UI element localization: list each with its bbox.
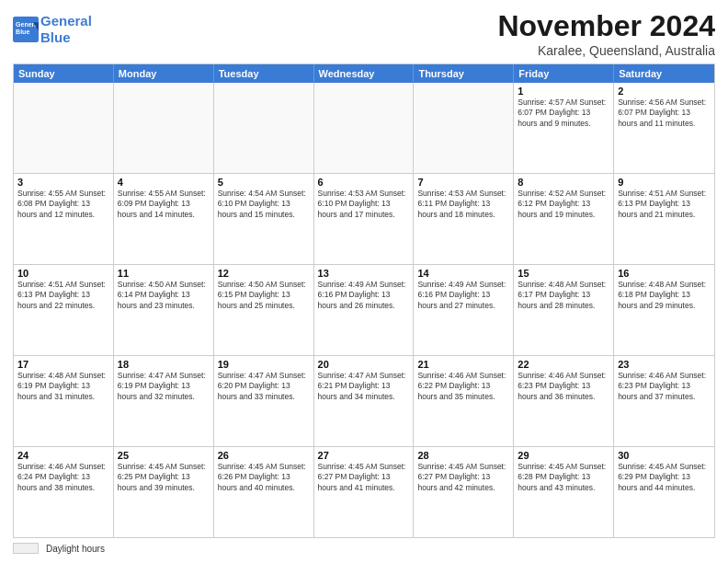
calendar: SundayMondayTuesdayWednesdayThursdayFrid… (13, 63, 715, 538)
day-number: 14 (417, 268, 509, 279)
cell-info: Sunrise: 4:48 AM Sunset: 6:19 PM Dayligh… (17, 371, 109, 402)
cell-info: Sunrise: 4:53 AM Sunset: 6:10 PM Dayligh… (318, 189, 410, 220)
cell-info: Sunrise: 4:45 AM Sunset: 6:28 PM Dayligh… (518, 462, 609, 493)
table-row: 2Sunrise: 4:56 AM Sunset: 6:07 PM Daylig… (614, 83, 714, 173)
day-number: 21 (417, 359, 509, 370)
table-row: 30Sunrise: 4:45 AM Sunset: 6:29 PM Dayli… (614, 447, 714, 537)
table-row: 22Sunrise: 4:46 AM Sunset: 6:23 PM Dayli… (514, 356, 614, 446)
day-number: 23 (618, 359, 711, 370)
table-row: 11Sunrise: 4:50 AM Sunset: 6:14 PM Dayli… (114, 265, 214, 355)
cell-info: Sunrise: 4:48 AM Sunset: 6:18 PM Dayligh… (618, 280, 711, 311)
header-cell-monday: Monday (114, 64, 214, 83)
cell-info: Sunrise: 4:45 AM Sunset: 6:26 PM Dayligh… (218, 462, 310, 493)
day-number: 29 (518, 450, 609, 461)
table-row: 27Sunrise: 4:45 AM Sunset: 6:27 PM Dayli… (314, 447, 415, 537)
table-row: 26Sunrise: 4:45 AM Sunset: 6:26 PM Dayli… (214, 447, 314, 537)
cell-info: Sunrise: 4:49 AM Sunset: 6:16 PM Dayligh… (417, 280, 509, 311)
cell-info: Sunrise: 4:48 AM Sunset: 6:17 PM Dayligh… (518, 280, 609, 311)
legend-shaded-box (13, 543, 39, 554)
table-row: 5Sunrise: 4:54 AM Sunset: 6:10 PM Daylig… (214, 174, 314, 264)
day-number: 28 (417, 450, 509, 461)
table-row: 16Sunrise: 4:48 AM Sunset: 6:18 PM Dayli… (614, 265, 714, 355)
day-number: 1 (518, 86, 609, 97)
table-row: 17Sunrise: 4:48 AM Sunset: 6:19 PM Dayli… (14, 356, 114, 446)
header-cell-wednesday: Wednesday (314, 64, 415, 83)
day-number: 22 (518, 359, 609, 370)
day-number: 24 (17, 450, 109, 461)
legend-label: Daylight hours (46, 544, 105, 554)
cell-info: Sunrise: 4:51 AM Sunset: 6:13 PM Dayligh… (17, 280, 109, 311)
day-number: 18 (118, 359, 210, 370)
cell-info: Sunrise: 4:46 AM Sunset: 6:22 PM Dayligh… (417, 371, 509, 402)
cell-info: Sunrise: 4:53 AM Sunset: 6:11 PM Dayligh… (417, 189, 509, 220)
cell-info: Sunrise: 4:51 AM Sunset: 6:13 PM Dayligh… (618, 189, 711, 220)
cell-info: Sunrise: 4:57 AM Sunset: 6:07 PM Dayligh… (518, 98, 609, 129)
table-row: 29Sunrise: 4:45 AM Sunset: 6:28 PM Dayli… (514, 447, 614, 537)
day-number: 30 (618, 450, 711, 461)
location: Karalee, Queensland, Australia (497, 43, 715, 58)
cell-info: Sunrise: 4:46 AM Sunset: 6:24 PM Dayligh… (17, 462, 109, 493)
table-row: 7Sunrise: 4:53 AM Sunset: 6:11 PM Daylig… (414, 174, 514, 264)
header: General Blue General Blue November 2024 … (13, 9, 715, 58)
table-row: 8Sunrise: 4:52 AM Sunset: 6:12 PM Daylig… (514, 174, 614, 264)
day-number: 20 (318, 359, 410, 370)
cell-info: Sunrise: 4:47 AM Sunset: 6:21 PM Dayligh… (318, 371, 410, 402)
table-row: 18Sunrise: 4:47 AM Sunset: 6:19 PM Dayli… (114, 356, 214, 446)
cell-info: Sunrise: 4:46 AM Sunset: 6:23 PM Dayligh… (618, 371, 711, 402)
day-number: 12 (218, 268, 310, 279)
table-row (114, 83, 214, 173)
cell-info: Sunrise: 4:47 AM Sunset: 6:20 PM Dayligh… (218, 371, 310, 402)
logo-text: General Blue (40, 13, 92, 46)
cell-info: Sunrise: 4:50 AM Sunset: 6:15 PM Dayligh… (218, 280, 310, 311)
table-row: 23Sunrise: 4:46 AM Sunset: 6:23 PM Dayli… (614, 356, 714, 446)
table-row: 21Sunrise: 4:46 AM Sunset: 6:22 PM Dayli… (414, 356, 514, 446)
header-cell-friday: Friday (514, 64, 614, 83)
legend: Daylight hours (13, 543, 715, 554)
header-cell-tuesday: Tuesday (214, 64, 314, 83)
table-row: 25Sunrise: 4:45 AM Sunset: 6:25 PM Dayli… (114, 447, 214, 537)
logo-icon: General Blue (13, 17, 39, 42)
cell-info: Sunrise: 4:50 AM Sunset: 6:14 PM Dayligh… (118, 280, 210, 311)
day-number: 11 (118, 268, 210, 279)
table-row: 12Sunrise: 4:50 AM Sunset: 6:15 PM Dayli… (214, 265, 314, 355)
table-row: 3Sunrise: 4:55 AM Sunset: 6:08 PM Daylig… (14, 174, 114, 264)
calendar-row-3: 10Sunrise: 4:51 AM Sunset: 6:13 PM Dayli… (14, 264, 714, 355)
table-row: 10Sunrise: 4:51 AM Sunset: 6:13 PM Dayli… (14, 265, 114, 355)
table-row: 9Sunrise: 4:51 AM Sunset: 6:13 PM Daylig… (614, 174, 714, 264)
table-row: 19Sunrise: 4:47 AM Sunset: 6:20 PM Dayli… (214, 356, 314, 446)
table-row (14, 83, 114, 173)
cell-info: Sunrise: 4:54 AM Sunset: 6:10 PM Dayligh… (218, 189, 310, 220)
cell-info: Sunrise: 4:46 AM Sunset: 6:23 PM Dayligh… (518, 371, 609, 402)
cell-info: Sunrise: 4:52 AM Sunset: 6:12 PM Dayligh… (518, 189, 609, 220)
calendar-header: SundayMondayTuesdayWednesdayThursdayFrid… (14, 64, 714, 83)
cell-info: Sunrise: 4:47 AM Sunset: 6:19 PM Dayligh… (118, 371, 210, 402)
day-number: 27 (318, 450, 410, 461)
table-row: 15Sunrise: 4:48 AM Sunset: 6:17 PM Dayli… (514, 265, 614, 355)
table-row: 13Sunrise: 4:49 AM Sunset: 6:16 PM Dayli… (314, 265, 415, 355)
svg-text:Blue: Blue (16, 29, 29, 35)
page: General Blue General Blue November 2024 … (0, 0, 728, 563)
cell-info: Sunrise: 4:45 AM Sunset: 6:25 PM Dayligh… (118, 462, 210, 493)
table-row: 4Sunrise: 4:55 AM Sunset: 6:09 PM Daylig… (114, 174, 214, 264)
cell-info: Sunrise: 4:55 AM Sunset: 6:09 PM Dayligh… (118, 189, 210, 220)
day-number: 4 (118, 177, 210, 188)
day-number: 8 (518, 177, 609, 188)
table-row: 6Sunrise: 4:53 AM Sunset: 6:10 PM Daylig… (314, 174, 415, 264)
calendar-row-1: 1Sunrise: 4:57 AM Sunset: 6:07 PM Daylig… (14, 83, 714, 173)
day-number: 6 (318, 177, 410, 188)
day-number: 7 (417, 177, 509, 188)
table-row: 20Sunrise: 4:47 AM Sunset: 6:21 PM Dayli… (314, 356, 415, 446)
day-number: 5 (218, 177, 310, 188)
day-number: 25 (118, 450, 210, 461)
calendar-row-4: 17Sunrise: 4:48 AM Sunset: 6:19 PM Dayli… (14, 355, 714, 446)
table-row (414, 83, 514, 173)
table-row: 1Sunrise: 4:57 AM Sunset: 6:07 PM Daylig… (514, 83, 614, 173)
calendar-row-2: 3Sunrise: 4:55 AM Sunset: 6:08 PM Daylig… (14, 173, 714, 264)
table-row: 14Sunrise: 4:49 AM Sunset: 6:16 PM Dayli… (414, 265, 514, 355)
cell-info: Sunrise: 4:49 AM Sunset: 6:16 PM Dayligh… (318, 280, 410, 311)
cell-info: Sunrise: 4:45 AM Sunset: 6:27 PM Dayligh… (318, 462, 410, 493)
header-cell-sunday: Sunday (14, 64, 114, 83)
day-number: 26 (218, 450, 310, 461)
day-number: 2 (618, 86, 711, 97)
calendar-row-5: 24Sunrise: 4:46 AM Sunset: 6:24 PM Dayli… (14, 446, 714, 537)
